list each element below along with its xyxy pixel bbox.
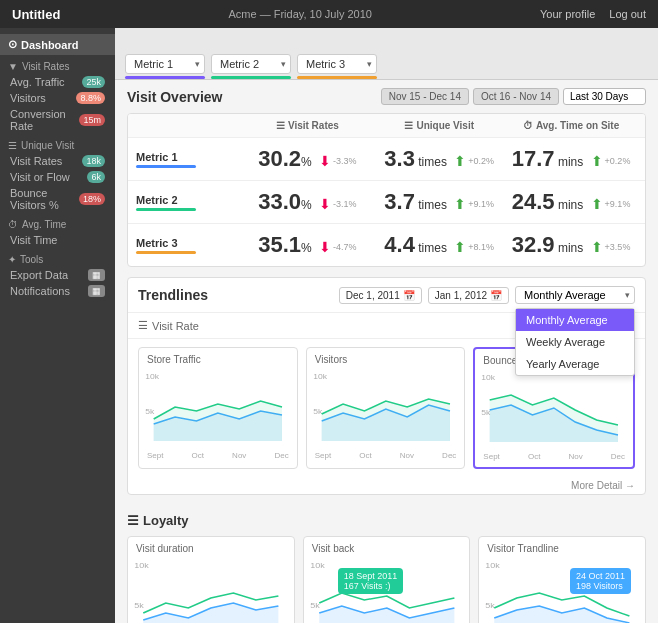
chart-bounce-rate-area: 10k 5k [479, 370, 629, 450]
start-date-input[interactable]: Dec 1, 2011 📅 [339, 287, 422, 304]
loyalty-visit-duration-title: Visit duration [132, 541, 290, 556]
sidebar-visit-time[interactable]: Visit Time [0, 232, 115, 248]
period-dropdown[interactable]: Monthly Average Weekly Average Yearly Av… [515, 286, 635, 304]
loyalty-header: ☰ Loyalty [127, 513, 646, 528]
tools-icon: ✦ [8, 254, 16, 265]
main-content: Metric 1 Metric 2 Metric 3 [115, 28, 658, 623]
visit-rates-icon: ☰ [276, 120, 285, 131]
sidebar-avg-traffic[interactable]: Avg. Traffic 25k [0, 74, 115, 90]
metric3-unique-visit: 4.4 times ⬆ +8.1% [373, 232, 505, 258]
sidebar-visit-rates[interactable]: Visit Rates 18k [0, 153, 115, 169]
toggle-icon2: ☰ [8, 140, 17, 151]
period-option-weekly[interactable]: Weekly Average [516, 331, 634, 353]
svg-text:10k: 10k [486, 560, 501, 569]
svg-text:10k: 10k [313, 372, 328, 381]
sidebar-dashboard[interactable]: ⊙ Dashboard [0, 34, 115, 55]
calendar-icon2: 📅 [490, 290, 502, 301]
overview-row-metric2: Metric 2 33.0% ⬇ -3.1% 3.7 times ⬆ [128, 181, 645, 224]
sidebar-section-unique-visit: ☰ Unique Visit Visit Rates 18k Visit or … [0, 134, 115, 213]
chart-visitors-x: Sept Oct Nov Dec [311, 449, 461, 462]
tab-metric2[interactable]: Metric 2 [211, 54, 291, 79]
metric3-visit-rate: 35.1% ⬇ -4.7% [241, 232, 373, 258]
svg-text:5k: 5k [481, 408, 491, 417]
svg-text:5k: 5k [134, 600, 144, 609]
tab-metric3-select[interactable]: Metric 3 [297, 54, 377, 74]
loyalty-visit-back-area: 18 Sept 2011167 Visits :) 10k 5k [308, 558, 466, 623]
metric1-visit-rate: 30.2% ⬇ -3.3% [241, 146, 373, 172]
header-date: Acme — Friday, 10 July 2010 [228, 8, 371, 20]
dashboard-icon: ⊙ [8, 38, 17, 51]
metric2-unique-visit: 3.7 times ⬆ +9.1% [373, 189, 505, 215]
toggle-icon: ▼ [8, 61, 18, 72]
metric1-label-col: Metric 1 [136, 151, 241, 168]
chart-store-traffic-x: Sept Oct Nov Dec [143, 449, 293, 462]
sidebar-visitors[interactable]: Visitors 8.8% [0, 90, 115, 106]
unique-visit-icon: ☰ [404, 120, 413, 131]
sidebar-unique-visit-title[interactable]: ☰ Unique Visit [0, 134, 115, 153]
sidebar-export-data[interactable]: Export Data ▦ [0, 267, 115, 283]
th-unique-visit: ☰ Unique Visit [373, 120, 505, 131]
overview-thead: ☰ Visit Rates ☰ Unique Visit ⏱ Avg. Time… [128, 114, 645, 138]
chart-visitors-title: Visitors [311, 352, 461, 367]
trend-up-icon: ⬆ [454, 153, 466, 169]
chart-visitors: Visitors 10k 5k S [306, 347, 466, 469]
loyalty-visitor-trandline-title: Visitor Trandline [483, 541, 641, 556]
sidebar-bounce-visitors[interactable]: Bounce Visitors % 18% [0, 185, 115, 213]
sidebar-section-avg-time: ⏱ Avg. Time Visit Time [0, 213, 115, 248]
trend-up-icon4: ⬆ [591, 196, 603, 212]
period-select[interactable]: Last 30 Days Last 7 Days Last 90 Days [563, 88, 646, 105]
metric3-bar [136, 251, 196, 254]
trend-down-icon3: ⬇ [319, 239, 331, 255]
tab-metric2-select[interactable]: Metric 2 [211, 54, 291, 74]
loyalty-visit-duration-area: 10k 5k [132, 558, 290, 623]
sidebar-visit-or-flow[interactable]: Visit or Flow 6k [0, 169, 115, 185]
visit-overview-header: Visit Overview Nov 15 - Dec 14 Oct 16 - … [127, 88, 646, 105]
svg-text:10k: 10k [134, 560, 149, 569]
metric1-unique-visit: 3.3 times ⬆ +0.2% [373, 146, 505, 172]
trendlines-controls: Dec 1, 2011 📅 Jan 1, 2012 📅 Monthly Aver… [339, 286, 635, 304]
profile-link[interactable]: Your profile [540, 8, 595, 20]
svg-marker-17 [319, 606, 454, 623]
metric1-bar [136, 165, 196, 168]
tab-metric3[interactable]: Metric 3 [297, 54, 377, 79]
sidebar-conversion-rate[interactable]: Conversion Rate 15m [0, 106, 115, 134]
svg-text:10k: 10k [481, 373, 496, 382]
trend-up-icon5: ⬆ [454, 239, 466, 255]
th-visit-rates: ☰ Visit Rates [241, 120, 373, 131]
sidebar-avg-time-title[interactable]: ⏱ Avg. Time [0, 213, 115, 232]
period-dropdown-wrap: Monthly Average Weekly Average Yearly Av… [515, 286, 635, 304]
header: Untitled Acme — Friday, 10 July 2010 You… [0, 0, 658, 28]
avg-time-icon: ⏱ [523, 120, 533, 131]
svg-text:5k: 5k [313, 407, 323, 416]
trend-down-icon2: ⬇ [319, 196, 331, 212]
logout-link[interactable]: Log out [609, 8, 646, 20]
metric2-visit-rate: 33.0% ⬇ -3.1% [241, 189, 373, 215]
tab-metric1[interactable]: Metric 1 [125, 54, 205, 79]
svg-marker-3 [154, 401, 282, 441]
date-range-controls: Nov 15 - Dec 14 Oct 16 - Nov 14 Last 30 … [381, 88, 646, 105]
header-actions: Your profile Log out [540, 8, 646, 20]
date-range-btn1[interactable]: Nov 15 - Dec 14 [381, 88, 469, 105]
visitor-trandline-tooltip: 24 Oct 2011198 Visitors [570, 568, 631, 594]
trend-down-icon: ⬇ [319, 153, 331, 169]
sidebar-section-visit-rates: ▼ Visit Rates Avg. Traffic 25k Visitors … [0, 55, 115, 134]
period-option-monthly[interactable]: Monthly Average [516, 309, 634, 331]
end-date-input[interactable]: Jan 1, 2012 📅 [428, 287, 509, 304]
svg-text:10k: 10k [145, 372, 160, 381]
svg-text:10k: 10k [310, 560, 325, 569]
tab-metric1-select[interactable]: Metric 1 [125, 54, 205, 74]
app-title: Untitled [12, 7, 60, 22]
sidebar-visit-rates-title[interactable]: ▼ Visit Rates [0, 55, 115, 74]
more-detail-link[interactable]: More Detail → [128, 477, 645, 494]
metric3-avg-time: 32.9 mins ⬆ +3.5% [505, 232, 637, 258]
date-range-btn2[interactable]: Oct 16 - Nov 14 [473, 88, 559, 105]
tab-metric2-underline [211, 76, 291, 79]
sidebar-tools-title[interactable]: ✦ Tools [0, 248, 115, 267]
metric2-label-col: Metric 2 [136, 194, 241, 211]
visit-back-tooltip: 18 Sept 2011167 Visits :) [338, 568, 404, 594]
period-option-yearly[interactable]: Yearly Average [516, 353, 634, 375]
sidebar-notifications[interactable]: Notifications ▦ [0, 283, 115, 299]
svg-marker-7 [321, 399, 449, 441]
tab-metric1-underline [125, 76, 205, 79]
metric2-bar [136, 208, 196, 211]
